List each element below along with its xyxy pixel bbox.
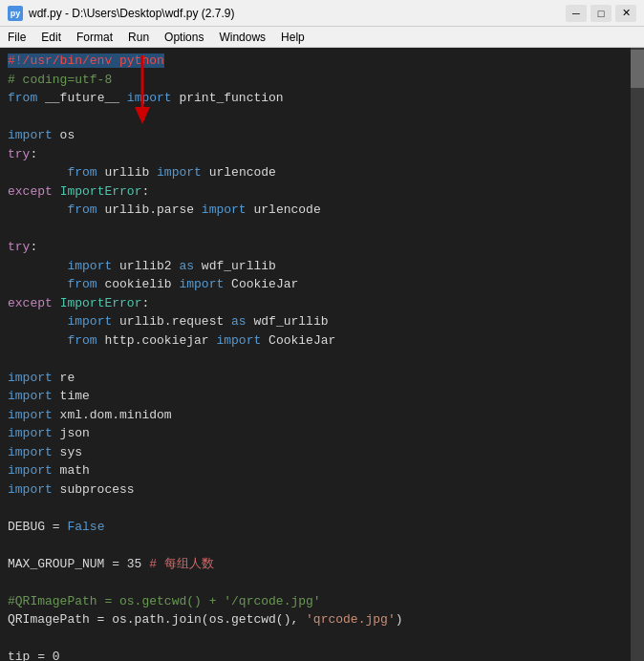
maximize-button[interactable]: □	[590, 5, 612, 22]
editor-area[interactable]: #!/usr/bin/env python # coding=utf-8 fro…	[0, 48, 644, 661]
menubar: File Edit Format Run Options Windows Hel…	[0, 27, 644, 48]
code-pre: #!/usr/bin/env python # coding=utf-8 fro…	[8, 52, 644, 661]
scrollbar-vertical[interactable]	[631, 48, 644, 661]
menu-file[interactable]: File	[0, 27, 33, 47]
code-content[interactable]: #!/usr/bin/env python # coding=utf-8 fro…	[0, 48, 644, 661]
menu-options[interactable]: Options	[157, 27, 211, 47]
minimize-button[interactable]: ─	[566, 5, 587, 22]
close-button[interactable]: ✕	[615, 5, 636, 22]
titlebar: py wdf.py - D:\Users\Desktop\wdf.py (2.7…	[0, 0, 644, 27]
menu-format[interactable]: Format	[69, 27, 120, 47]
scrollbar-thumb[interactable]	[631, 50, 644, 88]
app-icon: py	[8, 6, 23, 21]
menu-help[interactable]: Help	[273, 27, 312, 47]
window-controls: ─ □ ✕	[566, 5, 636, 22]
window-title: wdf.py - D:\Users\Desktop\wdf.py (2.7.9)	[29, 7, 566, 20]
menu-windows[interactable]: Windows	[211, 27, 273, 47]
menu-run[interactable]: Run	[120, 27, 157, 47]
menu-edit[interactable]: Edit	[33, 27, 69, 47]
